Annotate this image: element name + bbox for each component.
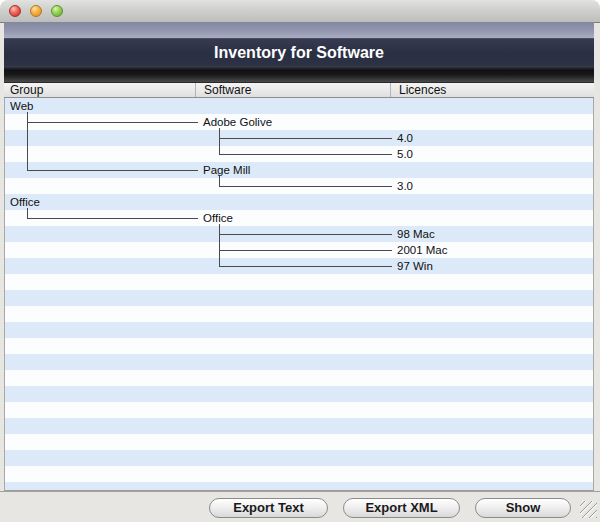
footer-bar: Export Text Export XML Show: [0, 491, 600, 522]
tree-node-label[interactable]: 98 Mac: [397, 226, 435, 242]
zoom-button[interactable]: [51, 5, 63, 17]
app-window: Inventory for Software Group Software Li…: [0, 0, 600, 522]
table-body: [4, 98, 594, 491]
close-button[interactable]: [9, 5, 21, 17]
tree-node-label[interactable]: Web: [10, 98, 33, 114]
column-header-group[interactable]: Group: [10, 83, 43, 97]
tree-node-label[interactable]: 4.0: [397, 130, 413, 146]
banner-top-band: [4, 22, 594, 38]
export-text-button[interactable]: Export Text: [209, 498, 328, 518]
title-bar[interactable]: [0, 0, 600, 23]
banner-title: Inventory for Software: [4, 38, 594, 66]
tree-node-label[interactable]: 3.0: [397, 178, 413, 194]
column-header-software[interactable]: Software: [204, 83, 251, 97]
column-divider: [390, 83, 391, 97]
tree-node-label[interactable]: 97 Win: [397, 258, 433, 274]
table-header-row: Group Software Licences: [4, 82, 594, 98]
tree-node-label[interactable]: Office: [10, 194, 40, 210]
column-header-licences[interactable]: Licences: [399, 83, 446, 97]
resize-grip[interactable]: [580, 501, 597, 518]
show-button[interactable]: Show: [475, 498, 571, 518]
export-xml-button[interactable]: Export XML: [343, 498, 460, 518]
minimize-button[interactable]: [30, 5, 42, 17]
tree-node-label[interactable]: Page Mill: [203, 162, 250, 178]
tree-node-label[interactable]: Adobe Golive: [203, 114, 272, 130]
tree-node-label[interactable]: Office: [203, 210, 233, 226]
column-divider: [195, 83, 196, 97]
tree-node-label[interactable]: 5.0: [397, 146, 413, 162]
tree-node-label[interactable]: 2001 Mac: [397, 242, 448, 258]
banner-bottom-band: [4, 66, 594, 82]
